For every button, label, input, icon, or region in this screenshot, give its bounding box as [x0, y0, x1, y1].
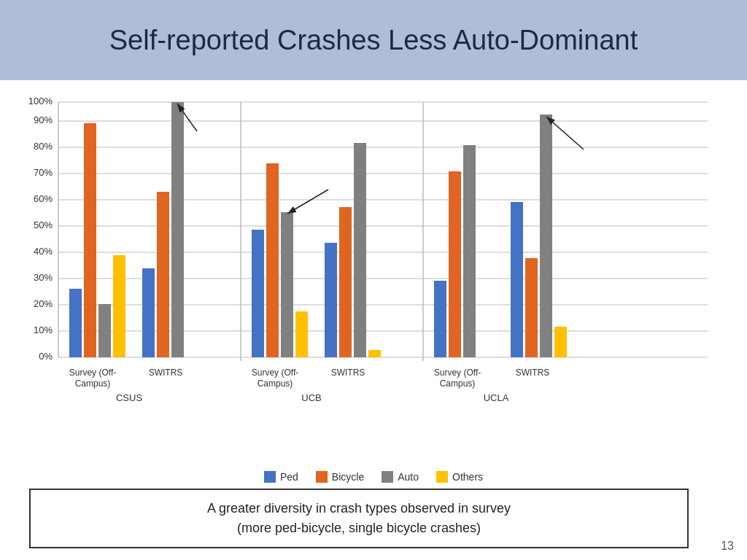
chart-legend: Ped Bicycle Auto Others — [15, 471, 732, 483]
svg-text:10%: 10% — [34, 324, 53, 335]
title-bar: Self-reported Crashes Less Auto-Dominant — [0, 0, 747, 80]
bar-ucla-switrs-ped — [511, 202, 523, 357]
legend-ped-color — [264, 471, 276, 483]
bar-ucla-survey-auto — [463, 145, 476, 357]
legend-bicycle-color — [316, 471, 328, 483]
legend-ped: Ped — [264, 471, 298, 483]
svg-text:Campus): Campus) — [75, 378, 111, 389]
legend-others: Others — [436, 471, 483, 483]
svg-text:SWITRS: SWITRS — [331, 368, 365, 378]
legend-auto-label: Auto — [398, 471, 419, 483]
legend-others-color — [436, 471, 448, 483]
chart-container: 0% 10% 20% 30% 40% 50% 60% 70% 80% 90% 1… — [15, 88, 732, 466]
legend-ped-label: Ped — [280, 471, 298, 483]
legend-bicycle: Bicycle — [316, 471, 364, 483]
bar-ucla-survey-ped — [434, 281, 446, 357]
slide-number: 13 — [721, 540, 734, 553]
bar-ucb-survey-auto — [281, 212, 293, 357]
svg-text:30%: 30% — [34, 272, 53, 283]
bar-csus-switrs-ped — [142, 268, 155, 357]
svg-line-38 — [287, 190, 328, 214]
bar-ucla-survey-bicycle — [449, 171, 461, 357]
content-area: 0% 10% 20% 30% 40% 50% 60% 70% 80% 90% 1… — [0, 80, 747, 560]
bar-ucb-survey-ped — [252, 230, 264, 357]
bar-ucla-switrs-others — [554, 327, 567, 357]
bar-ucb-survey-others — [295, 311, 308, 357]
svg-text:40%: 40% — [34, 246, 53, 257]
bar-ucla-switrs-auto — [540, 114, 552, 357]
svg-text:SWITRS: SWITRS — [516, 368, 550, 378]
svg-text:UCB: UCB — [301, 392, 321, 401]
bar-ucb-survey-bicycle — [266, 163, 279, 357]
footnote-line1: A greater diversity in crash types obser… — [45, 499, 673, 518]
legend-bicycle-label: Bicycle — [332, 471, 364, 483]
legend-auto-color — [382, 471, 393, 483]
bar-ucb-switrs-ped — [325, 243, 337, 357]
bar-ucb-switrs-auto — [354, 143, 366, 357]
svg-text:100%: 100% — [28, 96, 53, 106]
slide-title: Self-reported Crashes Less Auto-Dominant — [109, 24, 638, 58]
bar-ucla-switrs-bicycle — [525, 258, 538, 357]
svg-text:20%: 20% — [34, 298, 53, 309]
svg-text:90%: 90% — [34, 114, 53, 125]
svg-text:Campus): Campus) — [440, 378, 476, 389]
bar-csus-switrs-auto — [171, 102, 184, 357]
svg-text:UCLA: UCLA — [484, 392, 509, 401]
svg-text:SWITRS: SWITRS — [149, 368, 183, 378]
svg-text:Survey (Off-: Survey (Off- — [252, 368, 298, 378]
footnote-line2: (more ped-bicycle, single bicycle crashe… — [45, 518, 673, 538]
legend-others-label: Others — [452, 471, 483, 483]
footnote-box: A greater diversity in crash types obser… — [29, 489, 689, 548]
svg-text:80%: 80% — [34, 141, 53, 152]
bar-ucb-switrs-others — [368, 350, 381, 357]
bar-csus-survey-others — [113, 255, 125, 357]
legend-auto: Auto — [382, 471, 419, 483]
svg-text:70%: 70% — [34, 167, 53, 178]
svg-text:Survey (Off-: Survey (Off- — [434, 368, 481, 378]
svg-text:Campus): Campus) — [258, 378, 293, 389]
svg-text:60%: 60% — [34, 193, 53, 204]
slide: Self-reported Crashes Less Auto-Dominant — [0, 0, 747, 560]
svg-text:Survey (Off-: Survey (Off- — [69, 368, 116, 378]
chart-svg: 0% 10% 20% 30% 40% 50% 60% 70% 80% 90% 1… — [15, 88, 729, 401]
svg-text:50%: 50% — [34, 219, 53, 230]
bar-csus-survey-ped — [69, 289, 82, 357]
bar-csus-survey-bicycle — [84, 123, 96, 357]
bar-csus-survey-auto — [98, 304, 111, 357]
bar-ucb-switrs-bicycle — [339, 207, 352, 357]
svg-text:CSUS: CSUS — [116, 392, 142, 401]
svg-text:0%: 0% — [39, 351, 53, 362]
bar-csus-switrs-bicycle — [157, 192, 169, 357]
y-axis: 0% 10% 20% 30% 40% 50% 60% 70% 80% 90% 1… — [28, 96, 708, 362]
